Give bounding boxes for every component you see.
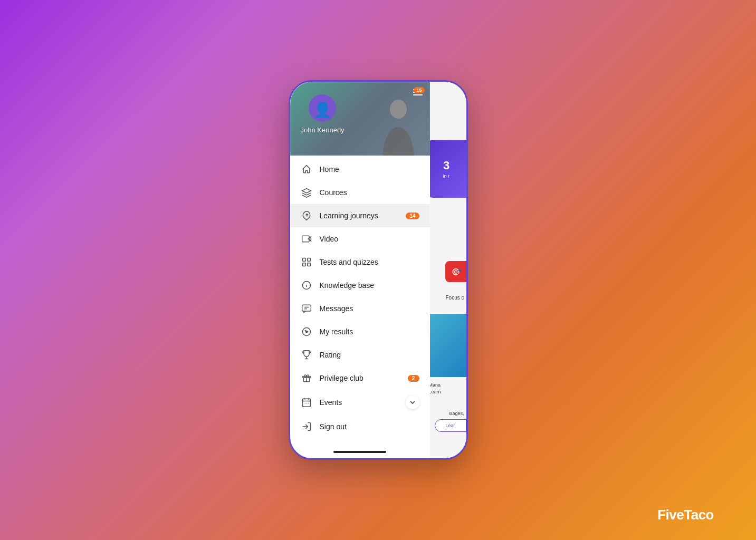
nav-label-video: Video xyxy=(320,235,419,243)
nav-label-home: Home xyxy=(320,165,419,173)
bg-card-sub: in r xyxy=(443,173,450,179)
nav-label-messages: Messages xyxy=(320,304,419,313)
bg-card-red: 🎯 xyxy=(445,261,466,282)
avatar[interactable]: 👤 xyxy=(309,94,336,122)
svg-marker-2 xyxy=(308,237,311,241)
nav-label-privilege-club: Privilege club xyxy=(320,374,400,382)
svg-rect-13 xyxy=(302,399,310,407)
drawer: 👤 John Kennedy 15 xyxy=(290,82,430,458)
nav-item-learning-journeys[interactable]: Learning journeys 14 xyxy=(290,204,430,227)
nav-item-messages[interactable]: Messages xyxy=(290,297,430,320)
bg-image-card xyxy=(427,314,466,377)
bg-focus-text: Focus c xyxy=(443,293,466,303)
nav-label-knowledge-base: Knowledge base xyxy=(320,281,419,290)
svg-rect-3 xyxy=(302,258,305,262)
user-name: John Kennedy xyxy=(301,126,344,134)
hamburger-line-3 xyxy=(413,94,423,95)
bg-lear-btn[interactable]: Lear xyxy=(435,419,466,432)
events-icon xyxy=(301,397,312,408)
svg-point-10 xyxy=(305,331,307,332)
privilege-club-badge: 2 xyxy=(408,375,419,382)
phone-frame: 3 in r 🎯 Focus c Mana Learn Bages, Lear xyxy=(289,80,468,460)
branding-part2: Taco xyxy=(684,507,714,523)
nav-item-knowledge-base[interactable]: Knowledge base xyxy=(290,274,430,297)
nav-item-sign-out[interactable]: Sign out xyxy=(290,415,430,438)
results-icon xyxy=(301,326,312,338)
nav-item-rating[interactable]: Rating xyxy=(290,343,430,367)
bg-badge-text: Bages, xyxy=(447,409,466,418)
nav-list: Home Cources xyxy=(290,156,430,446)
info-icon xyxy=(301,279,312,291)
nav-item-courses[interactable]: Cources xyxy=(290,181,430,204)
nav-label-sign-out: Sign out xyxy=(320,422,419,431)
courses-icon xyxy=(301,187,312,198)
nav-label-learning-journeys: Learning journeys xyxy=(320,211,399,220)
bg-card-purple: 3 in r xyxy=(427,140,466,198)
bg-panel: 3 in r 🎯 Focus c Mana Learn Bages, Lear xyxy=(424,82,466,458)
nav-label-events: Events xyxy=(320,398,398,407)
svg-rect-4 xyxy=(307,258,310,262)
video-icon xyxy=(301,233,312,245)
branding: FiveTaco xyxy=(657,507,714,523)
svg-rect-5 xyxy=(302,263,305,266)
grid-icon xyxy=(301,256,312,268)
home-bar xyxy=(333,451,386,453)
drawer-header: 👤 John Kennedy 15 xyxy=(290,82,430,156)
home-icon xyxy=(301,163,312,175)
svg-rect-8 xyxy=(302,305,311,311)
target-icon: 🎯 xyxy=(451,267,461,277)
nav-label-tests-quizzes: Tests and quizzes xyxy=(320,258,419,266)
gift-icon xyxy=(301,372,312,384)
menu-badge: 15 xyxy=(414,87,424,93)
menu-button[interactable]: 15 xyxy=(413,89,423,95)
signout-icon xyxy=(301,421,312,432)
nav-label-my-results: My results xyxy=(320,327,419,336)
svg-point-0 xyxy=(390,100,407,119)
phone-inner: 3 in r 🎯 Focus c Mana Learn Bages, Lear xyxy=(290,82,466,458)
nav-item-privilege-club[interactable]: Privilege club 2 xyxy=(290,367,430,390)
nav-item-events[interactable]: Events xyxy=(290,390,430,415)
branding-part1: Five xyxy=(657,507,684,523)
trophy-icon xyxy=(301,349,312,361)
nav-item-my-results[interactable]: My results xyxy=(290,320,430,343)
nav-label-courses: Cources xyxy=(320,188,419,197)
message-icon xyxy=(301,303,312,314)
learning-journeys-badge: 14 xyxy=(406,213,419,219)
events-dropdown[interactable] xyxy=(406,396,419,409)
nav-item-home[interactable]: Home xyxy=(290,158,430,181)
journey-icon xyxy=(301,210,312,221)
nav-item-video[interactable]: Video xyxy=(290,227,430,250)
header-figure xyxy=(377,98,419,156)
bg-text-area: Mana Learn xyxy=(427,380,466,397)
nav-item-tests-quizzes[interactable]: Tests and quizzes xyxy=(290,250,430,274)
phone-container: 3 in r 🎯 Focus c Mana Learn Bages, Lear xyxy=(289,80,468,460)
nav-label-rating: Rating xyxy=(320,351,419,359)
svg-rect-6 xyxy=(307,263,310,266)
home-indicator xyxy=(290,446,430,458)
bg-card-number: 3 xyxy=(443,159,449,172)
bg-learn-text: Learn xyxy=(429,389,441,394)
avatar-icon: 👤 xyxy=(313,103,332,118)
bg-manage-text: Mana xyxy=(429,382,441,388)
avatar-container: 👤 John Kennedy xyxy=(301,94,344,134)
